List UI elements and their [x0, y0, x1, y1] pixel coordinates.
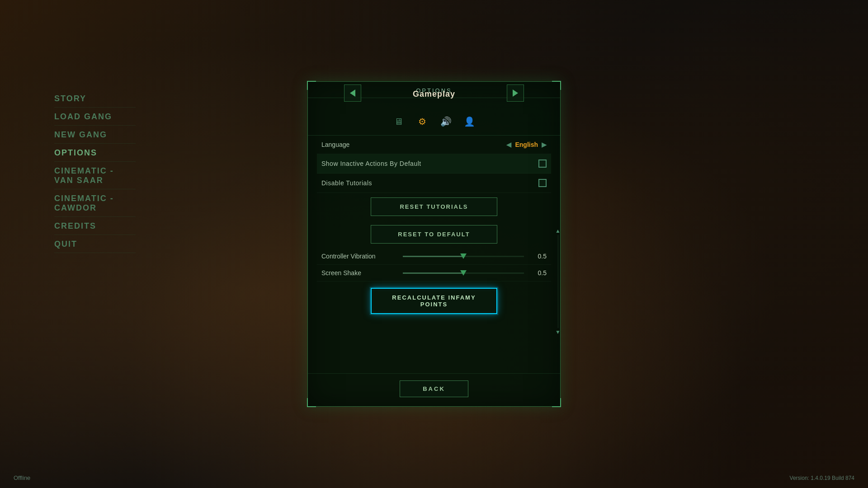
scroll-track	[557, 235, 559, 328]
language-value-text: English	[515, 141, 538, 148]
controller-vibration-value: 0.5	[533, 253, 547, 260]
corner-bl	[307, 398, 316, 407]
tab-gameplay[interactable]: ⚙	[415, 114, 429, 129]
slider-fill-2	[403, 272, 463, 274]
language-next-button[interactable]: ▶	[542, 141, 547, 148]
section-nav: Gameplay	[308, 98, 560, 111]
next-section-button[interactable]	[507, 84, 524, 102]
screen-shake-label: Screen Shake	[321, 269, 394, 277]
audio-icon: 🔊	[440, 116, 452, 127]
screen-shake-value: 0.5	[533, 269, 547, 277]
recalculate-infamy-row: RECALCULATE INFAMY POINTS	[317, 282, 551, 319]
recalculate-infamy-button[interactable]: RECALCULATE INFAMY POINTS	[371, 288, 497, 314]
sidebar-item-new-gang[interactable]: NEW GANG	[54, 127, 136, 144]
reset-tutorials-button[interactable]: RESET TUTORIALS	[371, 197, 497, 216]
tab-monitor[interactable]: 🖥	[392, 114, 406, 129]
screen-shake-slider[interactable]	[403, 272, 524, 274]
language-prev-button[interactable]: ◀	[506, 141, 511, 148]
sidebar-item-load-gang[interactable]: LOAD GANG	[54, 108, 136, 126]
offline-status: Offline	[14, 474, 30, 481]
section-title: Gameplay	[413, 85, 455, 102]
reset-default-button[interactable]: RESET TO DEFAULT	[371, 225, 497, 244]
dialog-footer: BACK	[308, 373, 560, 406]
scrollbar[interactable]: ▲ ▼	[556, 226, 560, 337]
corner-tr	[552, 81, 561, 90]
sidebar-item-quit[interactable]: QUIT	[54, 236, 136, 253]
corner-br	[552, 398, 561, 407]
scroll-down-arrow[interactable]: ▼	[555, 329, 560, 335]
monitor-icon: 🖥	[394, 117, 403, 127]
reset-default-row: RESET TO DEFAULT	[317, 221, 551, 248]
slider-track	[403, 256, 524, 257]
tab-profile[interactable]: 👤	[462, 114, 476, 129]
dialog-body: Language ◀ English ▶ Show Inactive Actio…	[308, 136, 560, 373]
gear-icon: ⚙	[418, 116, 426, 127]
reset-tutorials-row: RESET TUTORIALS	[317, 193, 551, 221]
disable-tutorials-label: Disable Tutorials	[321, 179, 372, 187]
disable-tutorials-row: Disable Tutorials	[317, 174, 551, 193]
nav-arrows-row: Gameplay	[335, 84, 533, 102]
language-label: Language	[321, 141, 349, 148]
side-menu: STORY LOAD GANG NEW GANG OPTIONS CINEMAT…	[54, 90, 136, 253]
prev-section-button[interactable]	[344, 84, 361, 102]
slider-thumb	[460, 253, 467, 259]
language-value-group: ◀ English ▶	[506, 141, 547, 148]
screen-shake-row: Screen Shake 0.5	[317, 265, 551, 282]
tab-audio[interactable]: 🔊	[439, 114, 453, 129]
controller-vibration-label: Controller Vibration	[321, 253, 394, 260]
back-button[interactable]: BACK	[400, 380, 468, 397]
arrow-left-icon	[350, 89, 355, 97]
slider-track-2	[403, 272, 524, 274]
version-info: Version: 1.4.0.19 Build 874	[790, 475, 854, 481]
sidebar-item-cinematic-van-saar[interactable]: CINEMATIC - VAN SAAR	[54, 163, 136, 189]
arrow-right-icon	[513, 89, 518, 97]
scroll-up-arrow[interactable]: ▲	[555, 228, 560, 234]
options-dialog: OPTIONS Gameplay 🖥 ⚙ 🔊 👤	[307, 81, 561, 407]
show-inactive-checkbox[interactable]	[538, 160, 547, 168]
sidebar-item-options[interactable]: OPTIONS	[54, 145, 136, 162]
language-setting-row: Language ◀ English ▶	[317, 136, 551, 154]
sidebar-item-cinematic-cawdor[interactable]: CINEMATIC - CAWDOR	[54, 190, 136, 217]
controller-vibration-slider[interactable]	[403, 256, 524, 257]
slider-thumb-2	[460, 270, 467, 276]
sidebar-item-credits[interactable]: CREDITS	[54, 218, 136, 235]
person-icon: 👤	[464, 116, 475, 127]
controller-vibration-row: Controller Vibration 0.5	[317, 248, 551, 265]
slider-fill	[403, 256, 463, 257]
corner-tl	[307, 81, 316, 90]
sidebar-item-story[interactable]: STORY	[54, 90, 136, 108]
show-inactive-row: Show Inactive Actions By Default	[317, 154, 551, 174]
show-inactive-label: Show Inactive Actions By Default	[321, 160, 421, 167]
tab-icons-row: 🖥 ⚙ 🔊 👤	[308, 111, 560, 136]
disable-tutorials-checkbox[interactable]	[538, 179, 547, 187]
